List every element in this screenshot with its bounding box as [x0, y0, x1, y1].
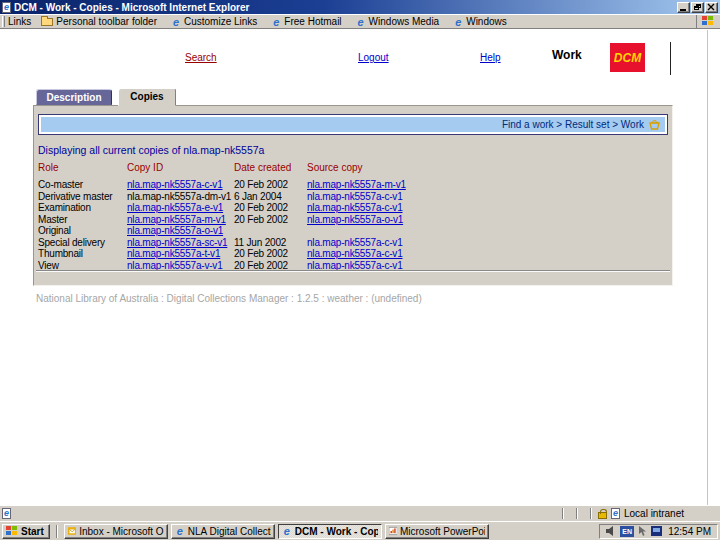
copy-role: Master — [38, 214, 127, 226]
folder-icon — [41, 18, 53, 26]
toolbar-grip[interactable] — [2, 16, 5, 27]
date-created — [234, 225, 307, 237]
dcm-logo-text: DCM — [614, 51, 641, 65]
close-icon — [706, 3, 717, 12]
taskbar-separator — [56, 525, 58, 538]
ie-icon: e — [282, 526, 292, 536]
taskbar-task[interactable]: eNLA Digital Collections M... — [171, 524, 275, 539]
links-toolbar-item[interactable]: eWindows — [453, 16, 507, 27]
links-toolbar: Links Personal toolbar foldereCustomize … — [0, 14, 720, 29]
ie-icon: e — [453, 17, 463, 27]
copy-id-link[interactable]: nla.map-nk5557a-e-v1 — [127, 202, 223, 213]
start-button[interactable]: Start — [2, 524, 50, 539]
links-toolbar-label: Links — [8, 16, 31, 27]
nav-link-help[interactable]: Help — [480, 52, 501, 63]
table-row: Originalnla.map-nk5557a-o-v1 — [38, 225, 427, 237]
window-right-edge — [707, 30, 708, 505]
tab-copies[interactable]: Copies — [118, 88, 176, 106]
copy-id-link[interactable]: nla.map-nk5557a-m-v1 — [127, 214, 226, 225]
links-toolbar-item[interactable]: eWindows Media — [356, 16, 440, 27]
date-created: 11 Jun 2002 — [234, 237, 307, 249]
taskbar-task-label: DCM - Work - Copies ... — [295, 526, 378, 537]
copy-id-link[interactable]: nla.map-nk5557a-c-v1 — [127, 179, 223, 190]
window-titlebar: DCM - Work - Copies - Microsoft Internet… — [0, 0, 720, 14]
network-tray-icon[interactable] — [651, 526, 662, 536]
copy-role: Co-master — [38, 179, 127, 191]
restore-button[interactable] — [691, 2, 704, 13]
speaker-icon[interactable] — [606, 526, 616, 536]
table-row: Thumbnailnla.map-nk5557a-t-v120 Feb 2002… — [38, 248, 427, 260]
system-tray: EN 12:54 PM — [599, 524, 718, 539]
taskbar-task-label: NLA Digital Collections M... — [188, 526, 271, 537]
statusbar-separator — [590, 508, 592, 519]
start-button-label: Start — [21, 526, 44, 537]
table-row: Masternla.map-nk5557a-m-v120 Feb 2002nla… — [38, 214, 427, 226]
outlook-icon — [68, 526, 76, 536]
header-divider — [670, 42, 671, 75]
ie-icon: e — [356, 17, 366, 27]
date-created: 6 Jan 2004 — [234, 191, 307, 203]
nav-link-logout[interactable]: Logout — [358, 52, 389, 63]
source-copy-link[interactable]: nla.map-nk5557a-c-v1 — [307, 191, 403, 202]
taskbar-task[interactable]: Microsoft PowerPoint - [... — [385, 524, 489, 539]
taskbar-task-label: Microsoft PowerPoint - [... — [400, 526, 485, 537]
breadcrumb-link[interactable]: Result set — [565, 119, 609, 130]
copy-id-link[interactable]: nla.map-nk5557a-o-v1 — [127, 225, 223, 236]
copy-role: Thumbnail — [38, 248, 127, 260]
links-toolbar-item-label: Windows Media — [369, 16, 440, 27]
breadcrumb-bar: Find a work > Result set > Work — [41, 117, 665, 132]
basket-icon[interactable] — [648, 119, 661, 130]
taskbar: Start Inbox - Microsoft OutlookeNLA Digi… — [0, 521, 720, 540]
copies-table: Role Copy ID Date created Source copy Co… — [38, 162, 427, 271]
source-copy-link[interactable]: nla.map-nk5557a-c-v1 — [307, 202, 403, 213]
links-toolbar-item[interactable]: eFree Hotmail — [271, 16, 341, 27]
taskbar-task[interactable]: Inbox - Microsoft Outlook — [64, 524, 168, 539]
table-row: Derivative masternla.map-nk5557a-dm-v16 … — [38, 191, 427, 203]
taskbar-clock[interactable]: 12:54 PM — [668, 526, 711, 537]
windows-logo-icon — [702, 16, 714, 27]
ie-icon: e — [175, 526, 185, 536]
close-button[interactable] — [705, 2, 718, 13]
window-icon — [2, 2, 11, 13]
date-created: 20 Feb 2002 — [234, 214, 307, 226]
dcm-logo[interactable]: DCM — [610, 43, 645, 72]
source-copy-link[interactable]: nla.map-nk5557a-c-v1 — [307, 248, 403, 259]
copy-id-link[interactable]: nla.map-nk5557a-t-v1 — [127, 248, 220, 259]
pointer-tray-icon[interactable] — [638, 526, 647, 536]
copy-role: Original — [38, 225, 127, 237]
copy-id-link[interactable]: nla.map-nk5557a-sc-v1 — [127, 237, 227, 248]
table-row: Special deliverynla.map-nk5557a-sc-v111 … — [38, 237, 427, 249]
source-copy-link[interactable]: nla.map-nk5557a-o-v1 — [307, 214, 403, 225]
links-toolbar-item[interactable]: Personal toolbar folder — [41, 16, 157, 27]
intranet-icon — [611, 508, 620, 519]
breadcrumb: Find a work > Result set > Work — [502, 119, 644, 130]
source-copy-link[interactable]: nla.map-nk5557a-c-v1 — [307, 260, 403, 271]
language-indicator[interactable]: EN — [620, 526, 634, 537]
powerpoint-icon — [389, 526, 397, 536]
tab-description[interactable]: Description — [36, 89, 112, 105]
taskbar-task-label: Inbox - Microsoft Outlook — [79, 526, 164, 537]
column-header-date-created: Date created — [234, 162, 307, 179]
breadcrumb-link[interactable]: Work — [621, 119, 644, 130]
source-copy-link[interactable]: nla.map-nk5557a-m-v1 — [307, 179, 406, 190]
ie-throbber — [696, 15, 718, 28]
date-created: 20 Feb 2002 — [234, 179, 307, 191]
taskbar-task[interactable]: eDCM - Work - Copies ... — [278, 524, 382, 539]
nav-link-search[interactable]: Search — [185, 52, 217, 63]
links-toolbar-item-label: Personal toolbar folder — [56, 16, 157, 27]
copy-id-link[interactable]: nla.map-nk5557a-v-v1 — [127, 260, 223, 271]
links-toolbar-item[interactable]: eCustomize Links — [171, 16, 257, 27]
copy-role: Examination — [38, 202, 127, 214]
source-copy-link[interactable]: nla.map-nk5557a-c-v1 — [307, 237, 403, 248]
breadcrumb-link[interactable]: Find a work — [502, 119, 554, 130]
date-created: 20 Feb 2002 — [234, 202, 307, 214]
column-header-role: Role — [38, 162, 127, 179]
security-zone: Local intranet — [598, 508, 684, 519]
status-page-icon — [2, 508, 11, 519]
column-header-source-copy: Source copy — [307, 162, 427, 179]
browser-page: Search Logout Help Work DCM Description … — [0, 30, 720, 505]
minimize-button[interactable] — [677, 2, 690, 13]
copy-role: Special delivery — [38, 237, 127, 249]
table-row: Examinationnla.map-nk5557a-e-v120 Feb 20… — [38, 202, 427, 214]
taskbar-tasks: Inbox - Microsoft OutlookeNLA Digital Co… — [64, 524, 596, 539]
